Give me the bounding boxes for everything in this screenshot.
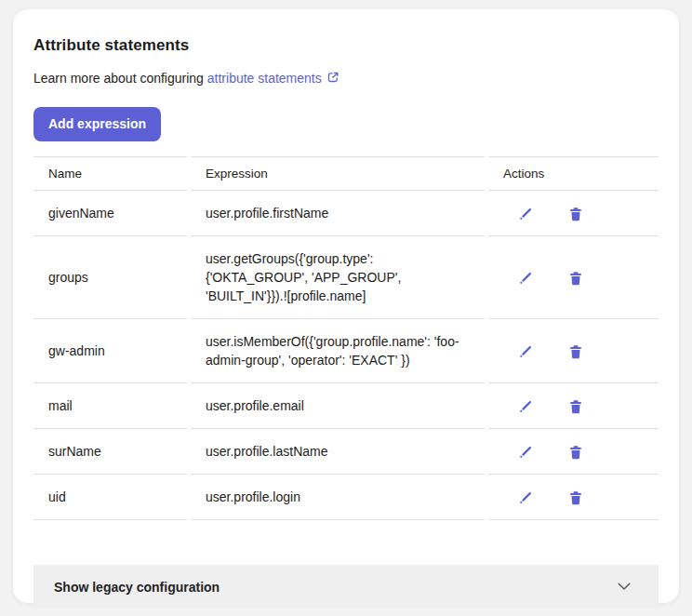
delete-button[interactable] [568, 399, 583, 414]
pencil-icon [518, 445, 533, 460]
edit-button[interactable] [518, 445, 533, 460]
table-row: gw-admin user.isMemberOf({'group.profile… [33, 319, 659, 383]
table-row: uid user.profile.login [33, 475, 659, 520]
table-row: mail user.profile.email [33, 383, 659, 429]
table-row: givenName user.profile.firstName [33, 191, 659, 236]
delete-button[interactable] [568, 344, 583, 359]
attribute-statements-card: Attribute statements Learn more about co… [13, 9, 679, 603]
attribute-name-cell: givenName [33, 191, 187, 236]
attribute-actions-cell [488, 319, 659, 383]
pencil-icon [518, 344, 533, 359]
attribute-expression-cell: user.isMemberOf({'group.profile.name': '… [191, 319, 485, 383]
edit-button[interactable] [518, 271, 533, 286]
attribute-actions-cell [488, 191, 659, 236]
add-expression-button[interactable]: Add expression [33, 107, 161, 141]
attribute-expression-cell: user.profile.lastName [191, 429, 485, 475]
edit-button[interactable] [518, 344, 533, 359]
edit-button[interactable] [518, 490, 533, 505]
show-legacy-configuration-toggle[interactable]: Show legacy configuration [33, 565, 659, 609]
attribute-expression-cell: user.profile.login [191, 475, 485, 520]
attribute-statements-link[interactable]: attribute statements [207, 69, 339, 87]
trash-icon [568, 207, 583, 221]
attribute-statements-link-label: attribute statements [207, 69, 322, 87]
edit-button[interactable] [518, 207, 533, 221]
delete-button[interactable] [568, 207, 583, 221]
pencil-icon [518, 399, 533, 414]
table-row: groups user.getGroups({'group.type': {'O… [33, 236, 659, 319]
edit-button[interactable] [518, 399, 533, 414]
attribute-name-cell: groups [33, 236, 187, 319]
trash-icon [568, 445, 583, 460]
attribute-actions-cell [488, 429, 659, 475]
attribute-name-cell: mail [33, 383, 187, 429]
attribute-name-cell: uid [33, 475, 187, 520]
pencil-icon [518, 207, 533, 221]
description: Learn more about configuring attribute s… [33, 69, 659, 87]
trash-icon [568, 399, 583, 414]
attribute-expression-cell: user.getGroups({'group.type': {'OKTA_GRO… [191, 236, 485, 319]
table-row: surName user.profile.lastName [33, 429, 659, 475]
external-link-icon [326, 70, 339, 88]
delete-button[interactable] [568, 490, 583, 505]
attribute-actions-cell [488, 383, 659, 429]
delete-button[interactable] [568, 445, 583, 460]
pencil-icon [518, 271, 533, 286]
column-header-name: Name [33, 156, 187, 191]
table-header-row: Name Expression Actions [33, 156, 659, 191]
attribute-expression-cell: user.profile.email [191, 383, 485, 429]
column-header-actions: Actions [488, 156, 659, 191]
chevron-down-icon [618, 583, 631, 591]
attribute-name-cell: surName [33, 429, 187, 475]
trash-icon [568, 490, 583, 505]
trash-icon [568, 344, 583, 359]
attribute-name-cell: gw-admin [33, 319, 187, 383]
attribute-statements-table: Name Expression Actions givenName user.p… [30, 156, 662, 520]
description-text: Learn more about configuring [33, 71, 207, 86]
attribute-actions-cell [488, 475, 659, 520]
legacy-toggle-label: Show legacy configuration [54, 580, 220, 595]
column-header-expression: Expression [191, 156, 485, 191]
trash-icon [568, 271, 583, 286]
attribute-actions-cell [488, 236, 659, 319]
pencil-icon [518, 490, 533, 505]
delete-button[interactable] [568, 271, 583, 286]
attribute-expression-cell: user.profile.firstName [191, 191, 485, 236]
page-title: Attribute statements [33, 35, 659, 56]
